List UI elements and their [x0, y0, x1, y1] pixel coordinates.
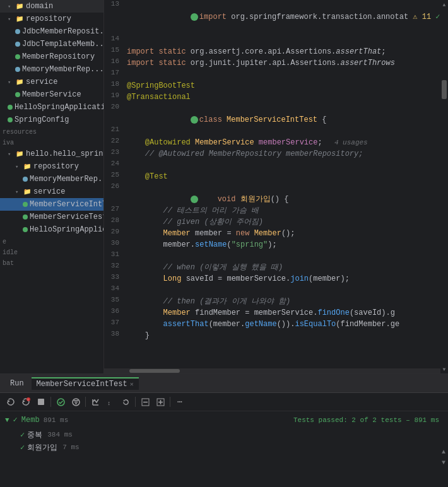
member-label: Memb — [21, 416, 40, 425]
folder-icon-test: 📁 — [15, 150, 24, 158]
collapse-button[interactable] — [138, 395, 152, 409]
sidebar-item-service[interactable]: ▾ 📁 service — [0, 76, 103, 88]
sidebar-label-hellospringappt: HelloSpringApplicationT... — [30, 225, 104, 234]
run-tab-run[interactable]: Run — [5, 378, 29, 389]
folder-icon-repository: 📁 — [15, 15, 24, 23]
sidebar-item-hellospringapp[interactable]: HelloSpringApplication — [0, 101, 103, 114]
check-icon-jungbok: ✓ — [20, 430, 25, 440]
sidebar-item-memberservice[interactable]: MemberService — [0, 88, 103, 101]
ok-icon-13: ✓1 — [435, 13, 440, 21]
line-number-24: 24 — [104, 160, 124, 171]
run-gutter-icon-13[interactable] — [191, 13, 198, 21]
file-tree-sidebar: ▾ 📁 domain ▾ 📁 repository JdbcMemberRepo… — [0, 0, 104, 373]
line-content-34 — [124, 285, 440, 296]
stop-button[interactable] — [34, 395, 48, 409]
line-content-29: Member member = new Member(); — [124, 228, 440, 239]
code-line-30: 30 member.setName("spring"); — [104, 239, 440, 250]
test-icon-2 — [23, 214, 28, 220]
code-line-29: 29 Member member = new Member(); — [104, 228, 440, 239]
bottom-scroll-up[interactable]: ▲ — [439, 447, 448, 457]
sidebar-item-springconfig[interactable]: SpringConfig — [0, 114, 103, 126]
line-content-22: @Autowired MemberService memberService; … — [124, 137, 440, 148]
line-content-26: void 회원가입() { — [124, 182, 440, 205]
line-content-30: member.setName("spring"); — [124, 239, 440, 250]
code-line-21: 21 — [104, 126, 440, 137]
right-scrollbar[interactable]: ▲ ▼ — [440, 0, 448, 373]
sidebar-item-test-project[interactable]: ▾ 📁 hello.hello_spring — [0, 148, 103, 160]
show-passed-button[interactable] — [54, 395, 68, 409]
test-summary-row: ▼ ✓ Memb 891 ms Tests passed: 2 of 2 tes… — [5, 414, 443, 426]
sidebar-item-repository[interactable]: ▾ 📁 repository — [0, 13, 103, 25]
line-number-37: 37 — [104, 319, 124, 330]
sidebar-label-jdbctemplate: JdbcTemplateMemb... — [22, 40, 104, 49]
sidebar-item-domain[interactable]: ▾ 📁 domain — [0, 0, 103, 13]
interface-icon — [15, 54, 20, 59]
rerun-button[interactable] — [4, 395, 18, 409]
line-content-25: @Test — [124, 171, 440, 182]
scroll-up-arrow[interactable]: ▲ — [440, 0, 448, 9]
run-tab-active-label: MemberServiceIntTest — [37, 380, 127, 389]
sort-alpha-button[interactable]: ↕ — [103, 395, 117, 409]
line-content-18: @SpringBootTest — [124, 80, 440, 91]
java-class-icon-2 — [15, 42, 20, 47]
check-icon-hoewon: ✓ — [20, 443, 25, 452]
code-line-26: 26 void 회원가입() { — [104, 182, 440, 205]
sidebar-item-t-repository[interactable]: ▾ 📁 repository — [0, 160, 103, 173]
line-content-16: import static org.junit.jupiter.api.Asse… — [124, 57, 440, 69]
result-item-jungbok[interactable]: ✓ 중복 384 ms — [5, 428, 443, 441]
h-scroll-thumb[interactable] — [129, 369, 180, 373]
code-scroll-area[interactable]: 13 import org.springframework.transactio… — [104, 0, 440, 368]
scroll-down-arrow[interactable]: ▼ — [440, 365, 448, 373]
rerun-failed-button[interactable]: ! — [19, 395, 33, 409]
member-time: 891 ms — [44, 416, 69, 424]
bottom-scroll-down[interactable]: ▼ — [439, 457, 448, 468]
sidebar-item-jdbctemplate[interactable]: JdbcTemplateMemb... — [0, 38, 103, 50]
sidebar-item-t-service[interactable]: ▾ 📁 service — [0, 185, 103, 198]
line-number-20: 20 — [104, 103, 124, 126]
line-content-36: Member findMember = memberService.findOn… — [124, 307, 440, 319]
sidebar-label-domain: domain — [26, 2, 53, 11]
code-line-24: 24 — [104, 160, 440, 171]
code-line-20: 20 class MemberServiceIntTest { — [104, 103, 440, 126]
code-line-28: 28 // given (상황이 주어짐) — [104, 216, 440, 228]
sidebar-item-hellospringappt[interactable]: HelloSpringApplicationT... — [0, 223, 103, 236]
sidebar-item-memorymember[interactable]: MemoryMemberRep... — [0, 63, 103, 76]
line-content-37: assertThat(member.getName()).isEqualTo(f… — [124, 319, 440, 330]
code-table: 13 import org.springframework.transactio… — [104, 0, 440, 341]
tests-passed-label: Tests passed: 2 of 2 tests – 891 ms — [293, 416, 439, 424]
expand-button[interactable] — [153, 395, 167, 409]
filter-button[interactable] — [69, 395, 83, 409]
run-gutter-icon-20[interactable] — [191, 116, 198, 124]
sidebar-item-memberservicetest[interactable]: MemberServiceTest — [0, 211, 103, 223]
more-options-button[interactable]: ⋯ — [173, 395, 187, 409]
line-number-23: 23 — [104, 148, 124, 160]
code-line-36: 36 Member findMember = memberService.fin… — [104, 307, 440, 319]
sort-duration-button[interactable] — [88, 395, 102, 409]
line-content-28: // given (상황이 주어짐) — [124, 216, 440, 228]
sidebar-item-jdbcmember[interactable]: JdbcMemberReposit... — [0, 25, 103, 38]
right-scroll-thumb[interactable] — [442, 80, 447, 99]
toolbar-sep-3 — [135, 397, 136, 407]
h-scrollbar[interactable] — [104, 368, 440, 373]
sidebar-item-memberserviceinttest[interactable]: MemberServiceIntT... — [0, 198, 103, 211]
line-content-21 — [124, 126, 440, 137]
sidebar-item-t-memorymember[interactable]: MemoryMemberRep... — [0, 173, 103, 185]
close-tab-button[interactable]: ✕ — [130, 380, 134, 388]
line-content-33: Long saveId = memberService.join(member)… — [124, 273, 440, 285]
line-number-22: 22 — [104, 137, 124, 148]
line-content-19: @Transactional — [124, 91, 440, 103]
test-active-icon — [23, 202, 28, 207]
line-number-15: 15 — [104, 46, 124, 57]
sidebar-item-memberrepository[interactable]: MemberRepository — [0, 50, 103, 63]
run-gutter-icon-26[interactable] — [191, 196, 198, 203]
run-tabs-bar: Run MemberServiceIntTest ✕ — [0, 374, 448, 393]
line-number-14: 14 — [104, 35, 124, 46]
line-number-31: 31 — [104, 250, 124, 262]
result-item-hoewongajip[interactable]: ✓ 회원가입 7 ms — [5, 441, 443, 454]
expand-arrow-t-service: ▾ — [15, 189, 21, 195]
line-number-33: 33 — [104, 273, 124, 285]
resources-section-label: resources — [0, 126, 103, 137]
refresh-button[interactable] — [119, 395, 133, 409]
run-tab-memberserviceinttest[interactable]: MemberServiceIntTest ✕ — [32, 377, 139, 390]
line-number-26: 26 — [104, 182, 124, 205]
